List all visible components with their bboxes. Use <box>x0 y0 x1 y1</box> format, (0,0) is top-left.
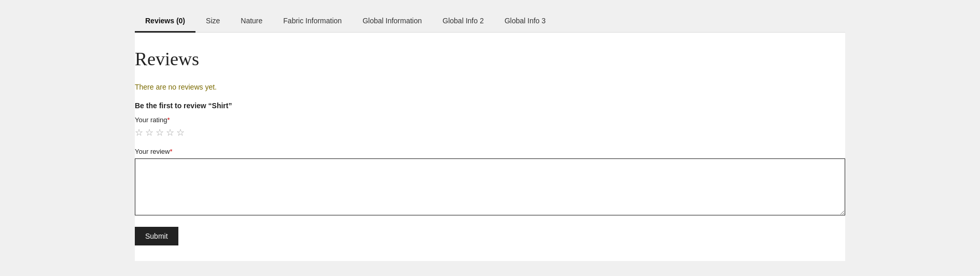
page-wrapper: Reviews (0) Size Nature Fabric Informati… <box>0 0 980 276</box>
star-2[interactable]: ☆ <box>145 127 153 138</box>
rating-row: Your rating* ☆ ☆ ☆ ☆ ☆ <box>135 116 845 138</box>
tab-size[interactable]: Size <box>195 10 230 33</box>
tab-fabric-information[interactable]: Fabric Information <box>273 10 352 33</box>
main-container: Reviews (0) Size Nature Fabric Informati… <box>0 0 980 261</box>
stars-container: ☆ ☆ ☆ ☆ ☆ <box>135 127 845 138</box>
tab-reviews[interactable]: Reviews (0) <box>135 10 195 33</box>
star-4[interactable]: ☆ <box>166 127 174 138</box>
review-required-marker: * <box>170 148 172 155</box>
tab-nature[interactable]: Nature <box>230 10 273 33</box>
star-5[interactable]: ☆ <box>176 127 185 138</box>
tab-global-info-3[interactable]: Global Info 3 <box>494 10 556 33</box>
tabs-container: Reviews (0) Size Nature Fabric Informati… <box>135 0 845 33</box>
review-row: Your review* <box>135 148 845 217</box>
rating-label: Your rating* <box>135 116 845 124</box>
submit-button[interactable]: Submit <box>135 227 178 245</box>
section-title: Reviews <box>135 48 845 70</box>
review-form-title: Be the first to review “Shirt” <box>135 101 845 110</box>
rating-required-marker: * <box>167 116 170 124</box>
tab-global-information[interactable]: Global Information <box>352 10 432 33</box>
review-textarea[interactable] <box>135 158 845 215</box>
content-area: Reviews There are no reviews yet. Be the… <box>135 33 845 261</box>
tab-global-info-2[interactable]: Global Info 2 <box>432 10 494 33</box>
no-reviews-message: There are no reviews yet. <box>135 83 845 91</box>
star-3[interactable]: ☆ <box>156 127 164 138</box>
star-1[interactable]: ☆ <box>135 127 143 138</box>
review-label: Your review* <box>135 148 845 155</box>
